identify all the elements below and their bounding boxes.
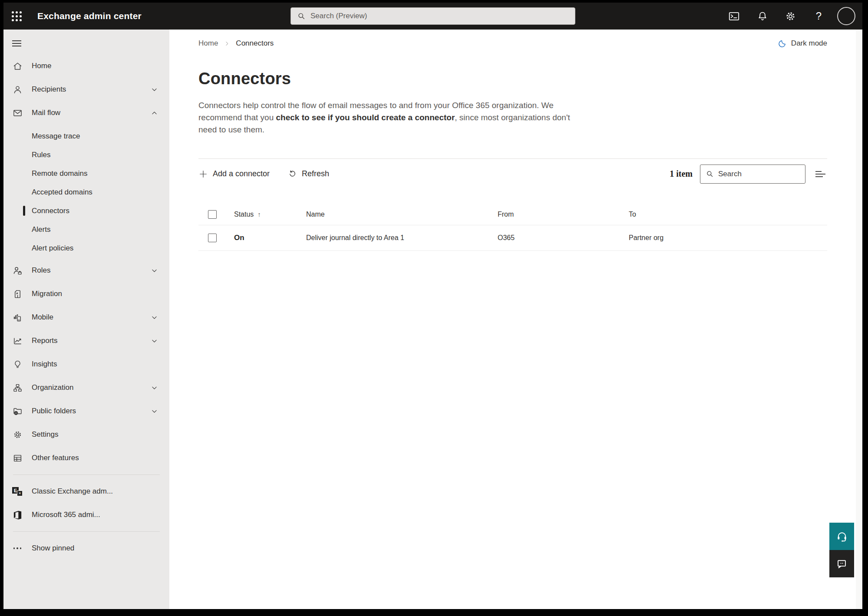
sidebar-item-reports[interactable]: Reports (3, 331, 169, 350)
sidebar-item-accepted-domains[interactable]: Accepted domains (3, 183, 169, 201)
lightbulb-icon (12, 359, 23, 369)
sidebar-item-alerts[interactable]: Alerts (3, 220, 169, 239)
folder-globe-icon (12, 406, 23, 416)
column-header-from[interactable]: From (498, 211, 629, 218)
sidebar-item-roles[interactable]: Roles (3, 261, 169, 280)
sidebar-item-label: Organization (32, 383, 73, 392)
chevron-down-icon (151, 408, 158, 415)
sidebar-divider (13, 531, 160, 532)
search-icon (297, 12, 306, 20)
chevron-down-icon (151, 384, 158, 392)
sidebar-item-mail-flow[interactable]: Mail flow (3, 103, 169, 122)
sidebar-divider (13, 474, 160, 475)
chevron-down-icon (151, 86, 158, 93)
filter-button[interactable] (814, 168, 827, 181)
person-briefcase-icon (12, 265, 23, 276)
support-button[interactable] (829, 523, 854, 550)
top-bar: Exchange admin center (3, 3, 862, 30)
table-icon (12, 453, 23, 463)
refresh-button[interactable]: Refresh (288, 169, 329, 178)
chart-phone-icon (12, 312, 23, 323)
add-connector-button[interactable]: Add a connector (198, 169, 270, 179)
sidebar-item-other-features[interactable]: Other features (3, 448, 169, 468)
notifications-button[interactable] (748, 3, 776, 30)
list-search-box[interactable] (700, 165, 805, 184)
sidebar-item-classic-exchange-admin[interactable]: E✕ Classic Exchange adm... (3, 482, 169, 501)
sidebar-subitem-label: Message trace (32, 132, 80, 141)
sidebar-item-label: Roles (32, 266, 50, 275)
sidebar-item-label: Mail flow (32, 109, 60, 117)
row-from: O365 (498, 234, 629, 242)
sidebar-item-label: Insights (32, 360, 57, 369)
sidebar-item-home[interactable]: Home (3, 56, 169, 76)
moon-icon (778, 39, 787, 48)
sidebar-item-show-pinned[interactable]: Show pinned (3, 539, 169, 558)
settings-button[interactable] (776, 3, 805, 30)
sidebar-item-label: Recipients (32, 85, 66, 94)
create-connector-link[interactable]: check to see if you should create a conn… (276, 113, 455, 122)
sidebar-item-connectors[interactable]: Connectors (3, 201, 169, 220)
app-launcher-button[interactable] (3, 3, 30, 30)
page-title: Connectors (198, 69, 827, 88)
chevron-down-icon (151, 267, 158, 274)
headset-icon (836, 530, 848, 543)
list-search-input[interactable] (718, 170, 800, 178)
hamburger-icon (12, 39, 21, 48)
chevron-right-icon (224, 41, 230, 46)
sidebar-item-recipients[interactable]: Recipients (3, 80, 169, 99)
global-search-box[interactable] (290, 7, 575, 25)
refresh-label: Refresh (302, 169, 329, 178)
sidebar: Home Recipients Mail flow (3, 30, 169, 609)
column-header-name[interactable]: Name (306, 211, 498, 218)
sidebar-item-label: Public folders (32, 407, 76, 415)
search-icon (706, 170, 714, 178)
add-connector-label: Add a connector (213, 169, 270, 178)
item-count: 1 item (670, 169, 693, 179)
sidebar-subitem-label: Rules (32, 151, 50, 159)
list-toolbar: Add a connector Refresh 1 item (198, 158, 827, 189)
row-to: Partner org (629, 234, 827, 242)
sidebar-collapse-button[interactable] (3, 34, 169, 53)
sidebar-subitem-label: Accepted domains (32, 188, 92, 197)
floating-help-buttons (829, 523, 854, 577)
dark-mode-label: Dark mode (791, 39, 827, 48)
sidebar-item-label: Home (32, 62, 51, 70)
chevron-down-icon (151, 314, 158, 321)
mail-icon (12, 108, 23, 118)
sidebar-item-public-folders[interactable]: Public folders (3, 402, 169, 421)
sidebar-item-alert-policies[interactable]: Alert policies (3, 239, 169, 257)
main-panel: Home Connectors Dark mode Connectors Con… (169, 30, 862, 609)
account-avatar[interactable] (837, 7, 855, 25)
sidebar-item-mobile[interactable]: Mobile (3, 308, 169, 327)
column-header-to[interactable]: To (629, 211, 827, 218)
sidebar-item-label: Other features (32, 454, 79, 462)
sidebar-item-migration[interactable]: Migration (3, 284, 169, 303)
cloud-shell-button[interactable] (720, 3, 748, 30)
select-all-checkbox[interactable] (208, 210, 217, 219)
sidebar-item-label: Migration (32, 290, 62, 298)
sidebar-item-message-trace[interactable]: Message trace (3, 127, 169, 145)
row-status: On (234, 234, 306, 242)
scrollbar-track[interactable] (856, 30, 862, 609)
refresh-icon (288, 169, 297, 178)
sidebar-item-insights[interactable]: Insights (3, 355, 169, 374)
sidebar-item-settings[interactable]: Settings (3, 425, 169, 444)
dark-mode-toggle[interactable]: Dark mode (778, 39, 827, 48)
sidebar-item-label: Reports (32, 336, 58, 345)
org-chart-icon (12, 382, 23, 393)
sidebar-item-rules[interactable]: Rules (3, 145, 169, 164)
sidebar-subitem-label: Connectors (32, 207, 69, 215)
column-header-status[interactable]: Status↑ (234, 211, 306, 218)
person-icon (12, 84, 23, 95)
row-checkbox[interactable] (208, 234, 217, 242)
breadcrumb-home-link[interactable]: Home (198, 39, 218, 48)
sidebar-item-organization[interactable]: Organization (3, 378, 169, 397)
global-search-input[interactable] (310, 12, 569, 20)
table-row[interactable]: On Deliver journal directly to Area 1 O3… (198, 225, 827, 251)
sidebar-item-remote-domains[interactable]: Remote domains (3, 164, 169, 183)
help-button[interactable]: ? (805, 3, 833, 30)
feedback-button[interactable] (829, 550, 854, 577)
sidebar-subitem-label: Alert policies (32, 244, 73, 253)
chevron-down-icon (151, 337, 158, 345)
sidebar-item-microsoft-365-admin[interactable]: Microsoft 365 admi... (3, 505, 169, 524)
